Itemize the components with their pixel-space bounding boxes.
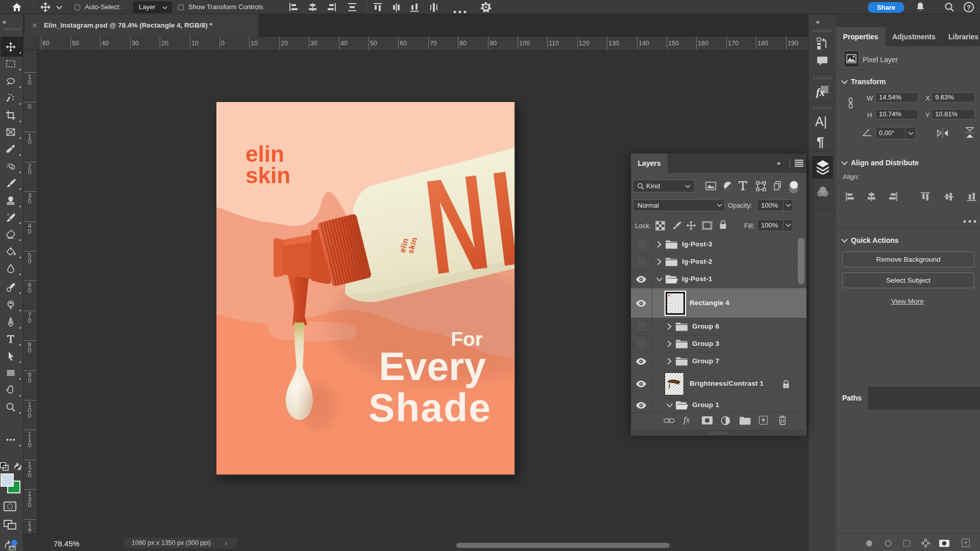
svg-text:Every: Every [379, 344, 486, 388]
svg-text:skin: skin [246, 163, 290, 188]
svg-text:Shade: Shade [369, 386, 492, 430]
svg-text:?: ? [967, 4, 971, 11]
svg-text:fx: fx [816, 87, 825, 98]
